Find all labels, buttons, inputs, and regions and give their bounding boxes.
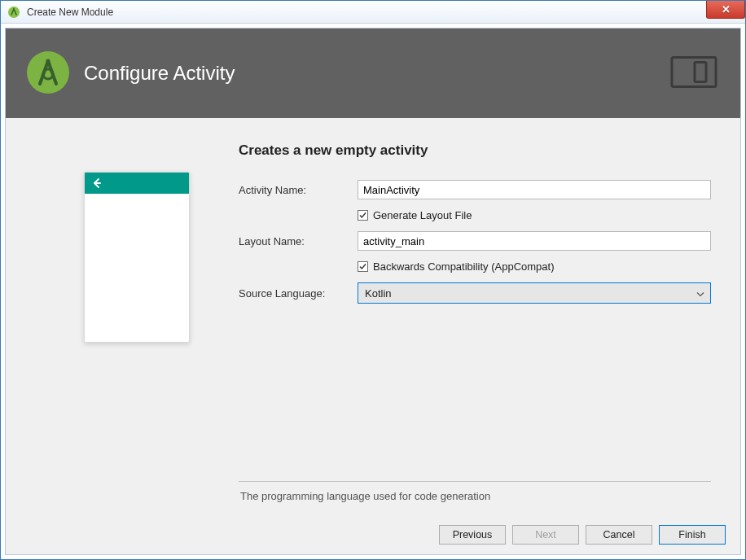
window-close-button[interactable]: ✕ — [706, 1, 745, 19]
backwards-compat-checkbox-row[interactable]: Backwards Compatibility (AppCompat) — [358, 260, 711, 273]
phone-appbar — [85, 173, 189, 194]
backwards-compat-label: Backwards Compatibility (AppCompat) — [373, 260, 555, 273]
dialog-body: Creates a new empty activity Activity Na… — [6, 118, 740, 515]
cancel-button[interactable]: Cancel — [586, 525, 652, 545]
activity-name-input[interactable] — [358, 180, 711, 199]
finish-button[interactable]: Finish — [659, 525, 726, 545]
check-icon — [358, 262, 367, 271]
previous-button[interactable]: Previous — [439, 525, 506, 545]
chevron-down-icon — [696, 287, 704, 300]
backwards-compat-checkbox[interactable] — [358, 261, 368, 272]
source-language-select[interactable]: Kotlin — [358, 282, 711, 304]
check-icon — [358, 211, 367, 220]
back-arrow-icon — [91, 177, 103, 189]
preview-column — [35, 139, 239, 502]
button-bar: Previous Next Cancel Finish — [6, 515, 740, 554]
page-heading: Creates a new empty activity — [239, 142, 711, 159]
layout-name-input[interactable] — [358, 231, 711, 251]
form-column: Creates a new empty activity Activity Na… — [239, 139, 711, 502]
generate-layout-checkbox-row[interactable]: Generate Layout File — [358, 209, 711, 221]
svg-point-2 — [27, 51, 69, 94]
next-button: Next — [512, 525, 579, 545]
hint-text: The programming language used for code g… — [239, 481, 711, 502]
close-icon: ✕ — [722, 3, 731, 15]
dialog-content: Configure Activity — [5, 28, 741, 555]
window: Create New Module ✕ Configure Activity — [0, 0, 746, 560]
svg-point-1 — [13, 8, 15, 10]
banner-title: Configure Activity — [84, 62, 235, 85]
source-language-value: Kotlin — [365, 287, 392, 300]
android-studio-logo — [25, 50, 71, 98]
phone-preview — [84, 172, 190, 343]
titlebar: Create New Module ✕ — [1, 1, 745, 24]
banner: Configure Activity — [6, 28, 740, 118]
svg-rect-6 — [695, 63, 706, 82]
window-controls: ✕ — [706, 1, 745, 19]
layout-name-label: Layout Name: — [239, 235, 353, 247]
svg-point-4 — [46, 59, 50, 63]
generate-layout-checkbox[interactable] — [358, 210, 368, 221]
device-icon — [670, 56, 717, 91]
form: Activity Name: Generate Layout File Layo… — [239, 180, 711, 304]
window-title: Create New Module — [27, 7, 113, 18]
source-language-select-wrap: Kotlin — [358, 282, 711, 304]
generate-layout-label: Generate Layout File — [373, 209, 472, 221]
android-studio-icon — [6, 4, 22, 20]
source-language-label: Source Language: — [239, 287, 353, 300]
activity-name-label: Activity Name: — [239, 184, 353, 196]
